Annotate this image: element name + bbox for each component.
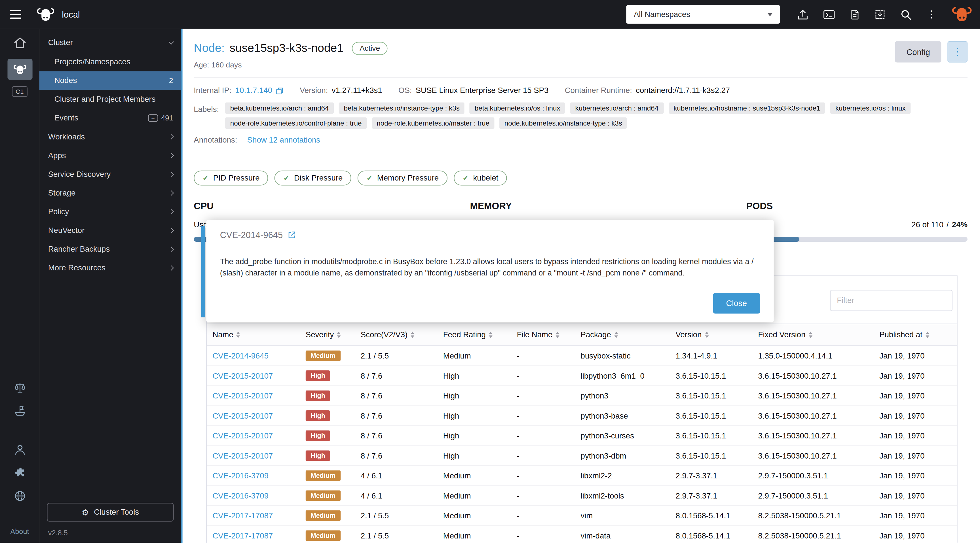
kebab-menu-icon[interactable]: ⋮ — [926, 7, 936, 21]
cve-link[interactable]: CVE-2015-20107 — [212, 371, 273, 380]
annotations-title: Annotations: — [194, 135, 237, 144]
sidebar-item-cluster[interactable]: Cluster — [40, 33, 181, 53]
cve-link[interactable]: CVE-2016-3709 — [212, 471, 269, 480]
cve-link[interactable]: CVE-2015-20107 — [212, 391, 273, 400]
scale-icon[interactable] — [13, 382, 26, 394]
gauge-pods: PODSUsed26 of 110/24% — [746, 201, 967, 242]
globe-icon[interactable] — [13, 490, 26, 502]
events-count: ↔491 — [148, 114, 173, 122]
sidebar-item-apps[interactable]: Apps — [40, 146, 181, 165]
sort-icon — [614, 332, 618, 338]
hamburger-menu-icon[interactable] — [5, 5, 26, 24]
ship-icon[interactable] — [13, 405, 26, 418]
docs-icon[interactable] — [849, 7, 860, 21]
sidebar-item-workloads[interactable]: Workloads — [40, 127, 181, 146]
copy-icon — [275, 86, 283, 95]
home-icon[interactable] — [13, 36, 26, 50]
external-link-icon[interactable] — [288, 230, 297, 239]
internal-ip-label: Internal IP: — [194, 86, 231, 95]
severity-badge: Medium — [306, 510, 340, 521]
gauge-title: CPU — [194, 201, 415, 211]
column-header-published-at[interactable]: Published at — [873, 330, 957, 339]
label-tag: beta.kubernetes.io/instance-type : k3s — [339, 102, 465, 114]
status-badge: Active — [352, 42, 388, 55]
label-tag: node.kubernetes.io/instance-type : k3s — [500, 117, 627, 129]
sidebar-item-service-discovery[interactable]: Service Discovery — [40, 165, 181, 184]
sidebar-item-neuvector[interactable]: NeuVector — [40, 221, 181, 240]
chevron-right-icon — [169, 134, 174, 140]
label-tag: node-role.kubernetes.io/master : true — [372, 117, 495, 129]
filter-input[interactable] — [830, 290, 953, 311]
column-header-name[interactable]: Name — [207, 330, 300, 339]
container-runtime-label: Container Runtime: — [565, 86, 632, 95]
column-header-severity[interactable]: Severity — [300, 330, 355, 339]
extensions-puzzle-icon[interactable] — [13, 467, 26, 479]
condition-label: Disk Pressure — [294, 174, 342, 183]
condition-label: Memory Pressure — [377, 174, 439, 183]
sidebar-item-events[interactable]: Events↔491 — [40, 109, 181, 127]
condition-pid-pressure: ✓PID Pressure — [194, 171, 268, 186]
upload-icon[interactable] — [797, 7, 809, 21]
config-button[interactable]: Config — [895, 41, 941, 62]
sort-icon — [489, 332, 493, 338]
label-tag: kubernetes.io/os : linux — [830, 102, 910, 114]
sidebar-item-rancher-backups[interactable]: Rancher Backups — [40, 240, 181, 259]
search-icon[interactable] — [900, 7, 912, 21]
sidebar-item-more-resources[interactable]: More Resources — [40, 259, 181, 277]
node-meta: Internal IP: 10.1.7.140 Version: v1.27.1… — [194, 86, 967, 95]
annotations-section: Annotations: Show 12 annotations — [194, 135, 967, 144]
os-value: SUSE Linux Enterprise Server 15 SP3 — [416, 86, 549, 95]
cve-link[interactable]: CVE-2015-20107 — [212, 431, 273, 440]
version-value: v1.27.11+k3s1 — [332, 86, 382, 95]
app-rail: C1 — [0, 29, 40, 543]
modal-title: CVE-2014-9645 — [220, 230, 760, 240]
column-header-score-v2-v3[interactable]: Score(V2/V3) — [355, 330, 438, 339]
close-button[interactable]: Close — [713, 293, 760, 313]
table-body: CVE-2014-9645Medium2.1 / 5.5Medium-busyb… — [207, 346, 957, 543]
severity-badge: Medium — [306, 350, 340, 361]
sidebar-item-projects-namespaces[interactable]: Projects/Namespaces — [40, 52, 181, 71]
chevron-right-icon — [169, 246, 174, 252]
check-icon: ✓ — [463, 174, 469, 183]
sidebar-item-nodes[interactable]: Nodes2 — [40, 71, 181, 90]
cluster-c1-shortcut[interactable]: C1 — [12, 86, 27, 97]
cve-link[interactable]: CVE-2017-17087 — [212, 531, 273, 540]
column-header-package[interactable]: Package — [575, 330, 670, 339]
resource-name: suse15sp3-k3s-node1 — [230, 41, 344, 55]
show-annotations-link[interactable]: Show 12 annotations — [247, 135, 320, 144]
import-yaml-icon[interactable] — [875, 7, 886, 21]
gear-icon: ⚙ — [82, 508, 89, 517]
column-header-file-name[interactable]: File Name — [511, 330, 575, 339]
top-bar-actions: ⋮ — [797, 7, 936, 21]
kubectl-shell-icon[interactable] — [823, 7, 835, 21]
namespace-selector-value: All Namespaces — [634, 10, 768, 19]
cve-link[interactable]: CVE-2016-3709 — [212, 491, 269, 500]
check-icon: ✓ — [366, 174, 372, 183]
column-header-version[interactable]: Version — [670, 330, 752, 339]
sidebar-item-storage[interactable]: Storage — [40, 184, 181, 202]
cve-link[interactable]: CVE-2017-17087 — [212, 511, 273, 520]
cluster-explorer-icon[interactable] — [7, 59, 32, 80]
cve-link[interactable]: CVE-2015-20107 — [212, 451, 273, 460]
sort-icon — [410, 332, 414, 338]
chevron-right-icon — [169, 265, 174, 271]
sidebar-item-cluster-and-project-members[interactable]: Cluster and Project Members — [40, 90, 181, 108]
sidebar-item-policy[interactable]: Policy — [40, 202, 181, 221]
severity-badge: High — [306, 430, 330, 441]
version-label: Version: — [300, 86, 328, 95]
column-header-fixed-version[interactable]: Fixed Version — [752, 330, 874, 339]
check-icon: ✓ — [283, 174, 290, 183]
app-version: v2.8.5 — [48, 529, 174, 537]
internal-ip-value[interactable]: 10.1.7.140 — [235, 86, 283, 95]
cve-link[interactable]: CVE-2014-9645 — [212, 351, 269, 360]
cve-detail-modal: CVE-2014-9645 The add_probe function in … — [206, 220, 773, 322]
cve-link[interactable]: CVE-2015-20107 — [212, 411, 273, 420]
resource-kebab-menu-icon[interactable]: ⋮ — [947, 41, 967, 62]
cluster-tools-button[interactable]: ⚙ Cluster Tools — [47, 503, 173, 522]
chevron-down-icon — [768, 13, 773, 16]
column-header-feed-rating[interactable]: Feed Rating — [438, 330, 511, 339]
namespace-selector[interactable]: All Namespaces — [626, 5, 780, 24]
node-conditions: ✓PID Pressure✓Disk Pressure✓Memory Press… — [194, 171, 967, 186]
about-link[interactable]: About — [10, 528, 29, 535]
user-icon[interactable] — [13, 443, 26, 456]
